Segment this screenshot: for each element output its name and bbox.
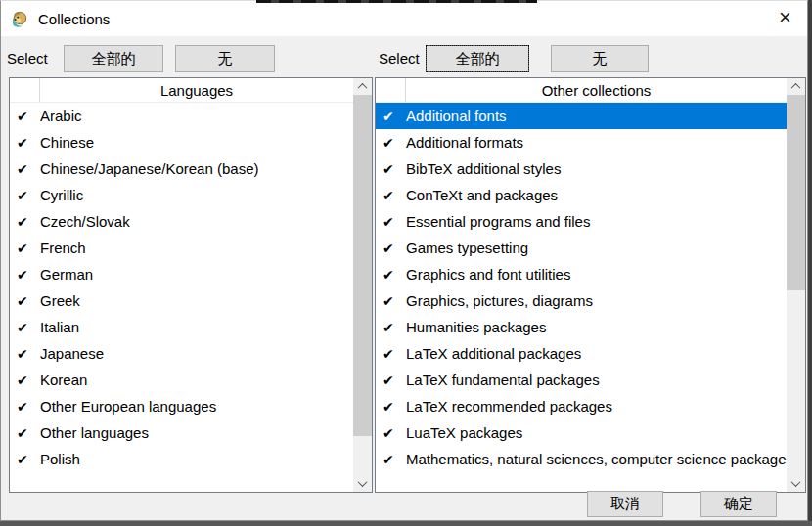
other-collections-panel: Other collections ✔Additional fonts✔Addi… [375, 77, 806, 493]
left-select-none-button[interactable]: 无 [175, 45, 275, 72]
scroll-up-button[interactable] [787, 78, 805, 95]
languages-header-row: Languages [10, 78, 353, 103]
checkmark-icon: ✔ [10, 346, 40, 362]
ok-button[interactable]: 确定 [700, 491, 777, 517]
scroll-thumb[interactable] [353, 95, 372, 436]
list-item-label: Additional fonts [406, 108, 787, 124]
left-select-all-button[interactable]: 全部的 [64, 45, 163, 72]
scroll-track[interactable] [353, 95, 372, 475]
list-item[interactable]: ✔LuaTeX packages [376, 419, 787, 446]
list-item-label: Greek [40, 292, 353, 309]
list-item-label: Italian [40, 319, 353, 335]
collections-header-row: Other collections [376, 78, 787, 103]
list-item[interactable]: ✔ConTeXt and packages [376, 182, 787, 208]
checkmark-icon: ✔ [10, 135, 40, 151]
chevron-up-icon [358, 83, 368, 93]
list-item[interactable]: ✔French [10, 235, 353, 261]
chevron-up-icon [791, 83, 801, 93]
background-window-remnant-bottom [0, 521, 812, 526]
list-item[interactable]: ✔Cyrillic [10, 182, 353, 208]
checkmark-icon: ✔ [376, 293, 406, 309]
languages-list[interactable]: ✔Arabic✔Chinese✔Chinese/Japanese/Korean … [10, 103, 353, 492]
list-item[interactable]: ✔Italian [10, 314, 353, 340]
list-item[interactable]: ✔LaTeX additional packages [376, 340, 787, 367]
list-item-label: Chinese [40, 134, 353, 151]
checkmark-icon: ✔ [376, 267, 406, 283]
background-window-remnant-right [808, 0, 812, 526]
list-item[interactable]: ✔Korean [10, 367, 353, 393]
list-item-label: Japanese [40, 345, 353, 362]
left-scrollbar[interactable] [353, 78, 372, 492]
checkmark-icon: ✔ [10, 425, 40, 441]
left-select-label: Select [7, 50, 48, 66]
list-item[interactable]: ✔Greek [10, 287, 353, 314]
list-item-label: Graphics and font utilities [406, 266, 787, 283]
list-item[interactable]: ✔Games typesetting [376, 235, 787, 261]
list-item[interactable]: ✔Other languages [10, 419, 353, 446]
scroll-down-button[interactable] [787, 475, 805, 492]
list-item[interactable]: ✔Japanese [10, 340, 353, 367]
list-item[interactable]: ✔LaTeX recommended packages [376, 393, 787, 419]
list-item-label: Games typesetting [406, 240, 787, 256]
list-item-label: ConTeXt and packages [406, 187, 787, 203]
checkmark-icon: ✔ [10, 109, 40, 124]
close-button[interactable]: × [763, 1, 807, 33]
checkmark-icon: ✔ [10, 161, 40, 177]
desktop-background: { "window": { "title": "Collections", "c… [0, 0, 812, 526]
checkmark-icon: ✔ [10, 241, 40, 256]
list-item-label: Other European languages [40, 398, 353, 415]
list-item-label: Other languages [40, 424, 353, 441]
cancel-button[interactable]: 取消 [587, 491, 663, 517]
list-item[interactable]: ✔Arabic [10, 103, 353, 129]
languages-column-header: Languages [40, 78, 353, 102]
list-item-label: Humanities packages [406, 319, 787, 335]
background-window-remnant-top [256, 0, 537, 3]
list-item[interactable]: ✔Chinese/Japanese/Korean (base) [10, 155, 353, 182]
checkmark-icon: ✔ [376, 320, 406, 335]
list-item[interactable]: ✔Chinese [10, 129, 353, 155]
checkmark-icon: ✔ [10, 188, 40, 203]
checkmark-icon: ✔ [10, 267, 40, 283]
chevron-down-icon [791, 477, 801, 487]
right-select-none-button[interactable]: 无 [551, 45, 649, 72]
right-select-label: Select [379, 50, 420, 66]
list-item-label: LuaTeX packages [406, 424, 787, 441]
scroll-up-button[interactable] [353, 78, 372, 95]
right-select-all-button[interactable]: 全部的 [426, 45, 529, 72]
list-item[interactable]: ✔Czech/Slovak [10, 208, 353, 235]
list-item-label: LaTeX fundamental packages [406, 372, 787, 388]
list-item[interactable]: ✔Additional fonts [376, 103, 787, 129]
scroll-track[interactable] [787, 95, 805, 475]
list-item-label: Polish [40, 451, 353, 467]
list-item[interactable]: ✔BibTeX additional styles [376, 155, 787, 182]
list-item[interactable]: ✔Essential programs and files [376, 208, 787, 235]
checkmark-icon: ✔ [376, 109, 406, 124]
list-item[interactable]: ✔Graphics, pictures, diagrams [376, 287, 787, 314]
checkmark-icon: ✔ [376, 161, 406, 177]
list-item[interactable]: ✔Graphics and font utilities [376, 261, 787, 287]
languages-panel: Languages ✔Arabic✔Chinese✔Chinese/Japane… [9, 77, 373, 493]
checkmark-icon: ✔ [376, 452, 406, 467]
list-item-label: Additional formats [406, 134, 787, 151]
list-item-label: BibTeX additional styles [406, 160, 787, 177]
scroll-down-button[interactable] [353, 475, 372, 492]
list-item-label: Arabic [40, 108, 353, 124]
scroll-thumb[interactable] [787, 95, 805, 290]
checkmark-icon: ✔ [376, 241, 406, 256]
checkmark-icon: ✔ [10, 320, 40, 335]
list-item[interactable]: ✔Mathematics, natural sciences, computer… [376, 446, 787, 472]
checkbox-column-header [10, 78, 40, 102]
list-item[interactable]: ✔Other European languages [10, 393, 353, 419]
checkmark-icon: ✔ [10, 214, 40, 230]
list-item-label: German [40, 266, 353, 283]
list-item[interactable]: ✔Humanities packages [376, 314, 787, 340]
list-item[interactable]: ✔Additional formats [376, 129, 787, 155]
list-item-label: Mathematics, natural sciences, computer … [406, 451, 787, 467]
list-item[interactable]: ✔Polish [10, 446, 353, 472]
checkmark-icon: ✔ [376, 188, 406, 203]
other-collections-list[interactable]: ✔Additional fonts✔Additional formats✔Bib… [376, 103, 787, 492]
right-scrollbar[interactable] [787, 78, 805, 492]
list-item[interactable]: ✔German [10, 261, 353, 287]
window-title: Collections [38, 11, 110, 27]
list-item[interactable]: ✔LaTeX fundamental packages [376, 367, 787, 393]
